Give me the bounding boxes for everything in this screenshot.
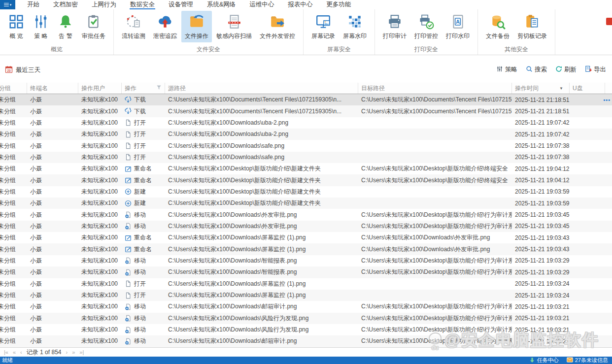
column-header-5[interactable]: 源路径	[165, 83, 358, 94]
app-menu-button[interactable]: ▾	[0, 0, 15, 9]
table-row[interactable]: 未分组小聂未知玩家x100打开C:\Users\未知玩家x100\Downloa…	[0, 117, 612, 129]
ribbon-item-screen-watermark[interactable]: 屏幕水印	[340, 11, 370, 42]
folder-send-icon	[269, 13, 286, 30]
first-page-button[interactable]: |«	[4, 349, 8, 355]
table-row[interactable]: 未分组小聂未知玩家x100打开C:\Users\未知玩家x100\Downloa…	[0, 152, 612, 163]
ribbon-item-folder-send[interactable]: 文件外发管控	[256, 11, 299, 42]
open-operation-icon	[125, 131, 132, 138]
time-cell: 2025-11-21 19:03:45	[512, 209, 570, 220]
column-header-7[interactable]: 操作时间▼	[512, 83, 570, 94]
table-row[interactable]: 未分组小聂未知玩家x100重命名C:\Users\未知玩家x100\Deskto…	[0, 174, 612, 186]
filter-funnel-icon[interactable]	[156, 85, 162, 92]
ribbon-item-db-search[interactable]: 文件备份	[482, 11, 513, 42]
column-header-3[interactable]: 操作用户	[78, 83, 122, 94]
task-center-button[interactable]: 任务中心	[529, 357, 559, 364]
menu-tab-1[interactable]: 开始	[20, 0, 46, 9]
table-row[interactable]: 未分组小聂未知玩家x100移动C:\Users\未知玩家x100\Downloa…	[0, 209, 612, 220]
table-row[interactable]: 未分组小聂未知玩家x100移动C:\Users\未知玩家x100\Downloa…	[0, 255, 612, 266]
table-row[interactable]: 未分组小聂未知玩家x100移动C:\Users\未知玩家x100\Downloa…	[0, 301, 612, 312]
prev-page-button[interactable]: ‹	[20, 349, 22, 355]
printer-icon	[386, 13, 403, 30]
grid-body: 未分组小聂未知玩家x100下载C:\Users\未知玩家x100\Documen…	[0, 94, 612, 347]
menu-tab-3[interactable]: 上网行为	[85, 0, 123, 9]
terminal-cell: 小聂	[27, 313, 78, 324]
menu-tab-6[interactable]: 系统&网络	[200, 0, 242, 9]
column-header-2[interactable]: 终端名	[27, 83, 78, 94]
source-path-cell: C:\Users\未知玩家x100\Downloads\智能报表.png	[165, 255, 358, 266]
source-path-cell: C:\Users\未知玩家x100\Downloads\uba-2.png	[165, 129, 358, 140]
source-path-cell: C:\Users\未知玩家x100\Downloads\邮箱审计.png	[165, 335, 358, 347]
table-row[interactable]: 未分组小聂未知玩家x100打开C:\Users\未知玩家x100\Downloa…	[0, 140, 612, 151]
table-row[interactable]: 未分组小聂未知玩家x100新建C:\Users\未知玩家x100\Desktop…	[0, 186, 612, 198]
ribbon-item-screen-record[interactable]: 屏幕记录	[308, 11, 339, 42]
table-row[interactable]: 未分组小聂未知玩家x100移动C:\Users\未知玩家x100\Downloa…	[0, 313, 612, 324]
usb-cell	[570, 198, 605, 209]
ribbon-item-folder-ops[interactable]: 文件操作	[181, 11, 212, 42]
calendar-icon: 23	[5, 66, 13, 75]
group-cell: 未分组	[0, 105, 27, 117]
fast-prev-button[interactable]: «	[13, 349, 16, 355]
column-header-1[interactable]: 分组	[0, 83, 27, 94]
terminal-cell: 小聂	[27, 105, 78, 117]
date-range-filter[interactable]: 23 最近三天	[5, 66, 40, 75]
time-cell: 2025-11-21 19:04:12	[512, 174, 570, 186]
search-button[interactable]: 搜索	[526, 66, 547, 74]
ribbon-item-cloud-leak[interactable]: 泄密追踪	[150, 11, 180, 42]
column-header-8[interactable]: U盘	[570, 83, 605, 94]
row-actions-icon[interactable]: •••	[603, 94, 611, 105]
filter-action-label: 策略	[505, 66, 517, 74]
time-cell: 2025-11-21 19:03:21	[512, 301, 570, 312]
menu-tab-5[interactable]: 设备管理	[162, 0, 200, 9]
ribbon-item-printer-shield[interactable]: 打印管控	[411, 11, 442, 42]
column-header-4[interactable]: 操作	[122, 83, 165, 94]
ribbon-item-label: 文件外发管控	[260, 32, 295, 40]
ribbon-item-bell[interactable]: 告 警	[54, 11, 77, 42]
menu-tab-8[interactable]: 报表中心	[281, 0, 319, 9]
ribbon-item-doc-a[interactable]: A打印水印	[442, 11, 473, 42]
table-row[interactable]: 未分组小聂未知玩家x100重命名C:\Users\未知玩家x100\Deskto…	[0, 163, 612, 174]
ribbon-item-printer[interactable]: 打印审计	[379, 11, 410, 42]
export-button[interactable]: 导出	[585, 66, 606, 74]
operation-cell: 重命名	[122, 243, 165, 255]
next-page-button[interactable]: ›	[66, 349, 68, 355]
table-row[interactable]: 未分组小聂未知玩家x100移动C:\Users\未知玩家x100\Downloa…	[0, 221, 612, 232]
operation-cell: 重命名	[122, 163, 165, 174]
ribbon-item-label: 审批任务	[82, 32, 105, 40]
table-row[interactable]: 未分组小聂未知玩家x100移动C:\Users\未知玩家x100\Downloa…	[0, 335, 612, 347]
target-path-cell	[358, 152, 512, 163]
terminal-cell: 小聂	[27, 129, 78, 140]
menu-tab-9[interactable]: 更多功能	[319, 0, 358, 9]
usb-cell	[570, 335, 605, 347]
table-row[interactable]: 未分组小聂未知玩家x100打开C:\Users\未知玩家x100\Downloa…	[0, 129, 612, 140]
column-header-6[interactable]: 目标路径	[358, 83, 512, 94]
menu-tab-2[interactable]: 文档加密	[46, 0, 85, 9]
source-path-cell: C:\Users\未知玩家x100\Downloads\智能报表.png	[165, 266, 358, 278]
fast-next-button[interactable]: »	[72, 349, 75, 355]
last-page-button[interactable]: »|	[79, 349, 84, 355]
group-cell: 未分组	[0, 324, 27, 335]
table-row[interactable]: 未分组小聂未知玩家x100重命名C:\Users\未知玩家x100\Downlo…	[0, 232, 612, 243]
usb-cell	[570, 94, 605, 105]
ribbon-item-grid[interactable]: 概 览	[4, 11, 28, 42]
ribbon-item-doc-scan[interactable]: 敏感内容扫描	[213, 11, 255, 42]
ribbon-item-sliders[interactable]: 策 略	[29, 11, 53, 42]
ribbon-item-clipboard-check[interactable]: 审批任务	[78, 11, 109, 42]
unread-messages-button[interactable]: 27条未读信息	[567, 357, 608, 364]
records-grid: 分组终端名操作用户操作源路径目标路径操作时间▼U盘 未分组小聂未知玩家x100下…	[0, 83, 612, 347]
ribbon-item-clipboard-doc[interactable]: 剪切板记录	[514, 11, 550, 42]
ribbon-item-trace-cycle[interactable]: 流转追溯	[118, 11, 149, 42]
table-row[interactable]: 未分组小聂未知玩家x100打开C:\Users\未知玩家x100\Downloa…	[0, 278, 612, 290]
menu-tab-7[interactable]: 运维中心	[242, 0, 281, 9]
ribbon-group-label: 其他安全	[478, 45, 555, 54]
table-row[interactable]: 未分组小聂未知玩家x100移动C:\Users\未知玩家x100\Downloa…	[0, 324, 612, 335]
menu-tab-4[interactable]: 数据安全	[123, 0, 162, 9]
table-row[interactable]: 未分组小聂未知玩家x100移动C:\Users\未知玩家x100\Downloa…	[0, 266, 612, 278]
table-row[interactable]: 未分组小聂未知玩家x100下载C:\Users\未知玩家x100\Documen…	[0, 105, 612, 117]
table-row[interactable]: 未分组小聂未知玩家x100打开C:\Users\未知玩家x100\Downloa…	[0, 290, 612, 301]
group-cell: 未分组	[0, 243, 27, 255]
table-row[interactable]: 未分组小聂未知玩家x100新建C:\Users\未知玩家x100\Desktop…	[0, 198, 612, 209]
refresh-button[interactable]: 刷新	[555, 66, 577, 74]
table-row[interactable]: 未分组小聂未知玩家x100下载C:\Users\未知玩家x100\Documen…	[0, 94, 612, 105]
policy-button[interactable]: 策略	[496, 66, 517, 74]
table-row[interactable]: 未分组小聂未知玩家x100重命名C:\Users\未知玩家x100\Downlo…	[0, 243, 612, 255]
